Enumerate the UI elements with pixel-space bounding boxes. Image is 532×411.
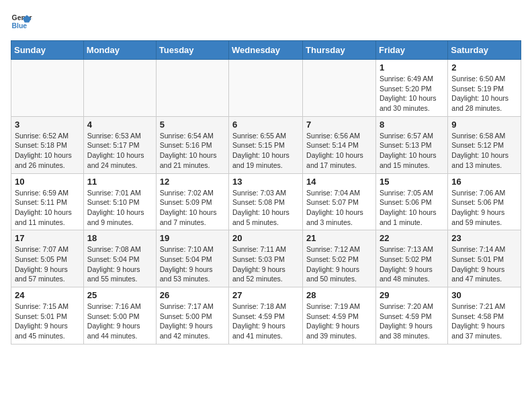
- day-detail: Sunrise: 7:01 AM Sunset: 5:10 PM Dayligh…: [87, 188, 152, 228]
- logo: General Blue: [11, 11, 35, 32]
- day-number: 7: [306, 120, 372, 130]
- day-number: 9: [451, 120, 517, 130]
- calendar-cell: 3Sunrise: 6:52 AM Sunset: 5:18 PM Daylig…: [11, 116, 84, 173]
- day-number: 30: [451, 290, 517, 300]
- day-number: 20: [232, 233, 299, 243]
- day-number: 23: [451, 233, 517, 243]
- calendar-cell: 24Sunrise: 7:15 AM Sunset: 5:01 PM Dayli…: [11, 287, 84, 345]
- weekday-header-thursday: Thursday: [303, 41, 376, 60]
- day-number: 2: [451, 62, 517, 73]
- day-detail: Sunrise: 6:53 AM Sunset: 5:17 PM Dayligh…: [87, 131, 152, 171]
- day-detail: Sunrise: 6:57 AM Sunset: 5:13 PM Dayligh…: [380, 131, 444, 171]
- calendar-cell: 6Sunrise: 6:55 AM Sunset: 5:15 PM Daylig…: [229, 116, 303, 173]
- calendar-cell: 19Sunrise: 7:10 AM Sunset: 5:04 PM Dayli…: [156, 230, 228, 287]
- weekday-header-saturday: Saturday: [448, 41, 521, 60]
- calendar-cell: 10Sunrise: 6:59 AM Sunset: 5:11 PM Dayli…: [11, 173, 84, 230]
- calendar-table: SundayMondayTuesdayWednesdayThursdayFrid…: [11, 40, 521, 345]
- day-number: 22: [380, 233, 444, 243]
- day-number: 10: [15, 177, 80, 187]
- day-number: 27: [232, 290, 299, 300]
- calendar-cell: 30Sunrise: 7:21 AM Sunset: 4:58 PM Dayli…: [448, 287, 521, 345]
- day-detail: Sunrise: 7:15 AM Sunset: 5:01 PM Dayligh…: [15, 302, 80, 341]
- calendar-cell: 8Sunrise: 6:57 AM Sunset: 5:13 PM Daylig…: [375, 116, 447, 173]
- day-number: 26: [160, 290, 225, 300]
- day-number: 11: [87, 177, 152, 187]
- day-number: 8: [380, 120, 444, 130]
- calendar-cell: 14Sunrise: 7:04 AM Sunset: 5:07 PM Dayli…: [303, 173, 376, 230]
- weekday-header-tuesday: Tuesday: [156, 41, 228, 60]
- day-number: 1: [380, 62, 444, 73]
- day-detail: Sunrise: 6:54 AM Sunset: 5:16 PM Dayligh…: [160, 131, 225, 171]
- svg-text:Blue: Blue: [12, 22, 28, 30]
- calendar-week-row: 17Sunrise: 7:07 AM Sunset: 5:05 PM Dayli…: [11, 230, 521, 287]
- calendar-cell: [303, 60, 376, 117]
- day-number: 24: [15, 290, 80, 300]
- day-detail: Sunrise: 7:18 AM Sunset: 4:59 PM Dayligh…: [232, 302, 299, 341]
- day-detail: Sunrise: 6:55 AM Sunset: 5:15 PM Dayligh…: [232, 131, 299, 171]
- day-number: 28: [306, 290, 372, 300]
- day-number: 16: [451, 177, 517, 187]
- calendar-week-row: 24Sunrise: 7:15 AM Sunset: 5:01 PM Dayli…: [11, 287, 521, 345]
- day-detail: Sunrise: 6:52 AM Sunset: 5:18 PM Dayligh…: [15, 131, 80, 171]
- calendar-cell: 22Sunrise: 7:13 AM Sunset: 5:02 PM Dayli…: [375, 230, 447, 287]
- calendar-cell: 7Sunrise: 6:56 AM Sunset: 5:14 PM Daylig…: [303, 116, 376, 173]
- day-detail: Sunrise: 7:02 AM Sunset: 5:09 PM Dayligh…: [160, 188, 225, 228]
- day-detail: Sunrise: 6:49 AM Sunset: 5:20 PM Dayligh…: [380, 74, 444, 113]
- day-detail: Sunrise: 6:56 AM Sunset: 5:14 PM Dayligh…: [306, 131, 372, 171]
- day-number: 19: [160, 233, 225, 243]
- weekday-header-wednesday: Wednesday: [229, 41, 303, 60]
- calendar-cell: 28Sunrise: 7:19 AM Sunset: 4:59 PM Dayli…: [303, 287, 376, 345]
- calendar-cell: 16Sunrise: 7:06 AM Sunset: 5:06 PM Dayli…: [448, 173, 521, 230]
- day-detail: Sunrise: 7:14 AM Sunset: 5:01 PM Dayligh…: [451, 244, 517, 284]
- day-detail: Sunrise: 7:20 AM Sunset: 4:59 PM Dayligh…: [380, 302, 444, 341]
- calendar-week-row: 1Sunrise: 6:49 AM Sunset: 5:20 PM Daylig…: [11, 60, 521, 117]
- calendar-cell: 27Sunrise: 7:18 AM Sunset: 4:59 PM Dayli…: [229, 287, 303, 345]
- day-number: 25: [87, 290, 152, 300]
- day-number: 18: [87, 233, 152, 243]
- day-number: 21: [306, 233, 372, 243]
- calendar-cell: 29Sunrise: 7:20 AM Sunset: 4:59 PM Dayli…: [375, 287, 447, 345]
- calendar-cell: 25Sunrise: 7:16 AM Sunset: 5:00 PM Dayli…: [83, 287, 156, 345]
- day-number: 12: [160, 177, 225, 187]
- weekday-header-friday: Friday: [375, 41, 447, 60]
- day-detail: Sunrise: 6:58 AM Sunset: 5:12 PM Dayligh…: [451, 131, 517, 171]
- calendar-cell: 18Sunrise: 7:08 AM Sunset: 5:04 PM Dayli…: [83, 230, 156, 287]
- day-detail: Sunrise: 6:59 AM Sunset: 5:11 PM Dayligh…: [15, 188, 80, 228]
- day-number: 29: [380, 290, 444, 300]
- day-detail: Sunrise: 7:10 AM Sunset: 5:04 PM Dayligh…: [160, 244, 225, 284]
- day-detail: Sunrise: 7:12 AM Sunset: 5:02 PM Dayligh…: [306, 244, 372, 284]
- calendar-cell: 1Sunrise: 6:49 AM Sunset: 5:20 PM Daylig…: [375, 60, 447, 117]
- calendar-cell: 15Sunrise: 7:05 AM Sunset: 5:06 PM Dayli…: [375, 173, 447, 230]
- calendar-week-row: 10Sunrise: 6:59 AM Sunset: 5:11 PM Dayli…: [11, 173, 521, 230]
- day-detail: Sunrise: 7:07 AM Sunset: 5:05 PM Dayligh…: [15, 244, 80, 284]
- calendar-cell: 21Sunrise: 7:12 AM Sunset: 5:02 PM Dayli…: [303, 230, 376, 287]
- day-detail: Sunrise: 7:11 AM Sunset: 5:03 PM Dayligh…: [232, 244, 299, 284]
- weekday-header-row: SundayMondayTuesdayWednesdayThursdayFrid…: [11, 41, 521, 60]
- day-detail: Sunrise: 7:08 AM Sunset: 5:04 PM Dayligh…: [87, 244, 152, 284]
- logo-icon: General Blue: [11, 11, 32, 32]
- calendar-week-row: 3Sunrise: 6:52 AM Sunset: 5:18 PM Daylig…: [11, 116, 521, 173]
- day-detail: Sunrise: 7:05 AM Sunset: 5:06 PM Dayligh…: [380, 188, 444, 228]
- calendar-cell: 2Sunrise: 6:50 AM Sunset: 5:19 PM Daylig…: [448, 60, 521, 117]
- day-number: 6: [232, 120, 299, 130]
- day-number: 17: [15, 233, 80, 243]
- day-detail: Sunrise: 7:13 AM Sunset: 5:02 PM Dayligh…: [380, 244, 444, 284]
- day-number: 3: [15, 120, 80, 130]
- calendar-cell: 4Sunrise: 6:53 AM Sunset: 5:17 PM Daylig…: [83, 116, 156, 173]
- day-detail: Sunrise: 7:03 AM Sunset: 5:08 PM Dayligh…: [232, 188, 299, 228]
- day-number: 4: [87, 120, 152, 130]
- day-number: 14: [306, 177, 372, 187]
- day-detail: Sunrise: 7:16 AM Sunset: 5:00 PM Dayligh…: [87, 302, 152, 341]
- day-detail: Sunrise: 7:17 AM Sunset: 5:00 PM Dayligh…: [160, 302, 225, 341]
- calendar-cell: 11Sunrise: 7:01 AM Sunset: 5:10 PM Dayli…: [83, 173, 156, 230]
- calendar-cell: 26Sunrise: 7:17 AM Sunset: 5:00 PM Dayli…: [156, 287, 228, 345]
- day-number: 5: [160, 120, 225, 130]
- weekday-header-sunday: Sunday: [11, 41, 84, 60]
- day-detail: Sunrise: 6:50 AM Sunset: 5:19 PM Dayligh…: [451, 74, 517, 113]
- day-number: 15: [380, 177, 444, 187]
- calendar-cell: [83, 60, 156, 117]
- calendar-cell: 23Sunrise: 7:14 AM Sunset: 5:01 PM Dayli…: [448, 230, 521, 287]
- day-detail: Sunrise: 7:04 AM Sunset: 5:07 PM Dayligh…: [306, 188, 372, 228]
- day-detail: Sunrise: 7:21 AM Sunset: 4:58 PM Dayligh…: [451, 302, 517, 341]
- day-detail: Sunrise: 7:19 AM Sunset: 4:59 PM Dayligh…: [306, 302, 372, 341]
